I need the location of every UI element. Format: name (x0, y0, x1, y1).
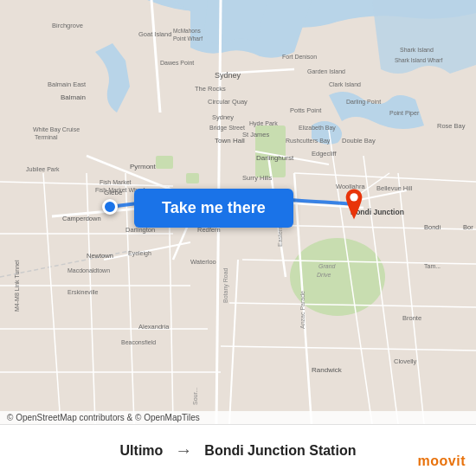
svg-text:Bellevue Hill: Bellevue Hill (376, 184, 413, 192)
svg-text:Dawes Point: Dawes Point (160, 60, 194, 66)
svg-text:Bor: Bor (463, 223, 473, 231)
svg-rect-3 (156, 156, 173, 169)
svg-text:M4-M8 Link Tunnel: M4-M8 Link Tunnel (14, 260, 20, 312)
svg-text:Darlinghurst: Darlinghurst (256, 154, 294, 162)
svg-text:Sydney: Sydney (215, 71, 241, 80)
bottom-bar: Ultimo → Bondi Junction Station moovit (0, 424, 476, 476)
svg-text:Anzac Parade: Anzac Parade (299, 291, 306, 329)
svg-text:Balmain: Balmain (61, 93, 86, 101)
moovit-logo: moovit (418, 453, 466, 469)
svg-text:McMahons: McMahons (173, 28, 202, 34)
svg-text:Potts Point: Potts Point (290, 106, 322, 114)
svg-text:Eyeleigh: Eyeleigh (128, 250, 151, 257)
svg-text:Point Wharf: Point Wharf (173, 35, 203, 42)
svg-text:Terminal: Terminal (35, 134, 58, 140)
svg-text:Edgecliff: Edgecliff (312, 150, 338, 158)
route-arrow: → (170, 441, 197, 460)
svg-rect-4 (186, 173, 199, 183)
route-destination: Bondi Junction Station (197, 443, 363, 459)
svg-text:Rose Bay: Rose Bay (437, 122, 466, 130)
svg-text:Shark Island Wharf: Shark Island Wharf (395, 57, 442, 63)
svg-text:Erskineville: Erskineville (68, 289, 99, 295)
svg-text:Tam...: Tam... (424, 263, 441, 269)
svg-text:Darling Point: Darling Point (346, 99, 381, 106)
svg-point-101 (350, 193, 357, 201)
svg-text:Town Hall: Town Hall (215, 137, 245, 145)
svg-text:Garden Island: Garden Island (307, 68, 345, 74)
svg-text:Bondi: Bondi (424, 223, 441, 231)
svg-text:Hyde Park: Hyde Park (249, 120, 278, 127)
svg-text:Grand: Grand (318, 263, 337, 269)
svg-text:Elizabeth Bay: Elizabeth Bay (299, 125, 336, 132)
origin-marker (102, 199, 118, 215)
take-me-there-button[interactable]: Take me there (134, 189, 293, 228)
svg-text:Drive: Drive (317, 272, 331, 278)
svg-text:Shark Island: Shark Island (400, 47, 434, 53)
svg-text:Sour...: Sour... (192, 388, 198, 405)
map-container: Sydney The Rocks Circular Quay Sydney Br… (0, 0, 476, 424)
svg-text:Bronte: Bronte (402, 314, 421, 322)
svg-text:Bridge Street: Bridge Street (209, 125, 245, 132)
svg-text:Clovelly: Clovelly (394, 357, 417, 365)
svg-text:Surry Hills: Surry Hills (242, 174, 272, 182)
svg-text:Goat Island: Goat Island (138, 30, 171, 38)
moovit-brand-name: moovit (418, 453, 466, 469)
svg-text:The Rocks: The Rocks (195, 85, 226, 93)
route-origin: Ultimo (113, 443, 170, 459)
svg-text:Botany Road: Botany Road (222, 267, 229, 303)
svg-text:Jubilee Park: Jubilee Park (26, 166, 60, 172)
svg-text:Point Piper: Point Piper (389, 110, 420, 117)
svg-text:White Bay Cruise: White Bay Cruise (33, 126, 80, 133)
svg-text:Sydney: Sydney (212, 113, 234, 121)
svg-text:Double Bay: Double Bay (342, 137, 376, 145)
svg-text:Clark Island: Clark Island (329, 81, 361, 87)
map-attribution: © OpenStreetMap contributors & © OpenMap… (0, 411, 476, 424)
svg-text:Waterloo: Waterloo (190, 258, 216, 266)
svg-text:Camperdown: Camperdown (62, 215, 101, 222)
svg-text:Fish Market: Fish Market (100, 179, 132, 185)
svg-text:Beaconsfield: Beaconsfield (121, 339, 156, 345)
svg-text:Circular Quay: Circular Quay (208, 98, 248, 106)
svg-text:Fort Denison: Fort Denison (282, 54, 317, 60)
svg-text:Newtown: Newtown (87, 252, 113, 260)
svg-text:Alexandria: Alexandria (138, 323, 170, 331)
svg-text:Macdonaldtown: Macdonaldtown (68, 267, 110, 273)
svg-text:Birchgrove: Birchgrove (52, 22, 83, 29)
svg-text:Balmain East: Balmain East (48, 80, 87, 88)
svg-text:St James: St James (242, 131, 270, 138)
destination-marker (342, 189, 366, 223)
svg-text:Randwick: Randwick (312, 366, 343, 374)
svg-text:Pyrmont: Pyrmont (130, 163, 157, 170)
svg-text:Rushcutters Bay: Rushcutters Bay (286, 138, 331, 145)
